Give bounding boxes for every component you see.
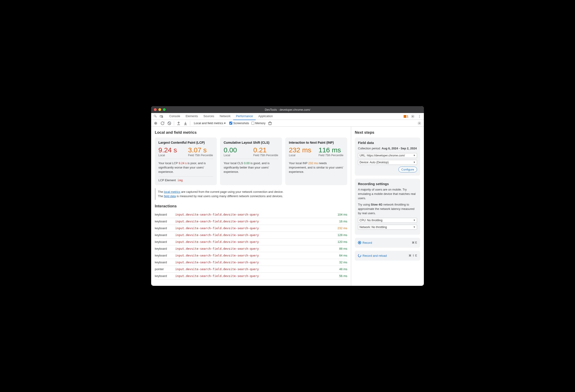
- svg-rect-0: [154, 115, 156, 117]
- svg-point-10: [419, 123, 420, 124]
- metrics-note: The local metrics are captured from the …: [155, 188, 347, 200]
- field-data-title: Field data: [358, 141, 417, 145]
- settings-icon[interactable]: [410, 114, 415, 119]
- interaction-duration: 104 ms: [331, 211, 347, 218]
- interaction-row[interactable]: keyboard input.devsite-search-field.devs…: [155, 272, 347, 279]
- record-reload-label: Record and reload: [362, 254, 387, 257]
- devtools-window: DevTools - developer.chrome.com/ Console…: [151, 106, 424, 286]
- cpu-throttle-select[interactable]: CPU: No throttling▼: [358, 218, 417, 223]
- interaction-type: keyboard: [155, 231, 175, 238]
- chevron-down-icon: ▼: [413, 154, 415, 157]
- tab-elements[interactable]: Elements: [183, 113, 201, 120]
- lcp-element-value[interactable]: img: [177, 178, 183, 182]
- titlebar: DevTools - developer.chrome.com/: [151, 106, 424, 113]
- reload-record-icon[interactable]: [160, 121, 165, 125]
- svg-point-6: [419, 117, 420, 118]
- device-toolbar-icon[interactable]: [159, 114, 164, 119]
- metric-description: Your local INP 232 ms needs improvement,…: [289, 161, 344, 174]
- metric-local-label: Local: [289, 154, 314, 157]
- interaction-row[interactable]: keyboard input.devsite-search-field.devs…: [155, 225, 347, 231]
- interaction-selector: input.devsite-search-field.devsite-searc…: [175, 272, 331, 279]
- metric-local-label: Local: [224, 154, 249, 157]
- metric-field-label: Field 75th Percentile: [188, 154, 214, 157]
- metric-field-value: 3.07 s: [188, 146, 214, 154]
- interaction-duration: 56 ms: [331, 272, 347, 279]
- interaction-type: keyboard: [155, 225, 175, 231]
- local-metrics-link[interactable]: local metrics: [164, 190, 180, 194]
- tab-performance[interactable]: Performance: [233, 113, 255, 120]
- interaction-row[interactable]: keyboard input.devsite-search-field.devs…: [155, 259, 347, 266]
- metric-title: Interaction to Next Paint (INP): [289, 141, 344, 144]
- inspect-element-icon[interactable]: [153, 114, 158, 119]
- recording-tip-mobile: A majority of users are on mobile. Try e…: [358, 188, 417, 200]
- interaction-selector: input.devsite-search-field.devsite-searc…: [175, 231, 331, 238]
- tab-console[interactable]: Console: [167, 113, 183, 120]
- metrics-view-select[interactable]: Local and field metrics ▾: [192, 122, 227, 125]
- memory-checkbox[interactable]: Memory: [251, 122, 265, 125]
- recording-settings-title: Recording settings: [358, 182, 417, 186]
- interaction-type: keyboard: [155, 218, 175, 225]
- upload-icon[interactable]: [176, 121, 181, 125]
- clear-icon[interactable]: [167, 121, 172, 125]
- network-throttle-select[interactable]: Network: No throttling▼: [358, 225, 417, 230]
- tab-sources[interactable]: Sources: [201, 113, 217, 120]
- recording-settings-panel: Recording settings A majority of users a…: [355, 179, 420, 235]
- interaction-selector: input.devsite-search-field.devsite-searc…: [175, 259, 331, 266]
- interaction-duration: 120 ms: [331, 238, 347, 245]
- metric-local-value: 0.00: [224, 146, 249, 154]
- interaction-selector: input.devsite-search-field.devsite-searc…: [175, 225, 331, 231]
- garbage-collect-icon[interactable]: [268, 121, 272, 125]
- url-select[interactable]: URL: https://developer.chrome.com/▼: [358, 153, 417, 158]
- interaction-type: keyboard: [155, 238, 175, 245]
- record-icon[interactable]: [153, 121, 158, 125]
- metric-card: Cumulative Layout Shift (CLS) 0.00 Local…: [220, 138, 282, 185]
- metric-title: Largest Contentful Paint (LCP): [158, 141, 213, 144]
- svg-point-3: [412, 116, 413, 117]
- panel-tabbar: ConsoleElementsSourcesNetworkPerformance…: [151, 113, 424, 120]
- metric-description: Your local CLS 0.00 is good, and is sign…: [224, 161, 278, 174]
- interaction-row[interactable]: keyboard input.devsite-search-field.devs…: [155, 211, 347, 218]
- close-window-button[interactable]: [154, 108, 157, 111]
- metric-card: Largest Contentful Paint (LCP) 9.24 s Lo…: [155, 138, 217, 185]
- minimize-window-button[interactable]: [158, 108, 161, 111]
- svg-point-4: [419, 115, 420, 116]
- metric-local-value: 9.24 s: [158, 146, 184, 154]
- metric-local-label: Local: [158, 154, 184, 157]
- maximize-window-button[interactable]: [163, 108, 166, 111]
- record-action[interactable]: Record: [358, 241, 372, 245]
- issues-badge[interactable]: 1: [404, 115, 408, 118]
- interaction-row[interactable]: keyboard input.devsite-search-field.devs…: [155, 252, 347, 259]
- interaction-selector: input.devsite-search-field.devsite-searc…: [175, 238, 331, 245]
- metric-card: Interaction to Next Paint (INP) 232 ms L…: [285, 138, 347, 185]
- panel-settings-icon[interactable]: [417, 121, 422, 125]
- memory-label: Memory: [255, 122, 265, 125]
- interaction-row[interactable]: keyboard input.devsite-search-field.devs…: [155, 245, 347, 252]
- interaction-selector: input.devsite-search-field.devsite-searc…: [175, 218, 331, 225]
- interaction-row[interactable]: pointer input.devsite-search-field.devsi…: [155, 266, 347, 272]
- interaction-row[interactable]: keyboard input.devsite-search-field.devs…: [155, 238, 347, 245]
- chevron-down-icon: ▼: [413, 161, 415, 164]
- interaction-duration: 88 ms: [331, 245, 347, 252]
- record-reload-action[interactable]: Record and reload: [358, 254, 387, 257]
- interaction-duration: 32 ms: [331, 259, 347, 266]
- more-menu-icon[interactable]: [417, 114, 422, 119]
- performance-toolbar: Local and field metrics ▾ Screenshots Me…: [151, 120, 424, 127]
- field-data-link[interactable]: field data: [164, 195, 176, 198]
- download-icon[interactable]: [183, 121, 188, 125]
- configure-button[interactable]: Configure: [398, 167, 417, 172]
- tab-application[interactable]: Application: [256, 113, 276, 120]
- interaction-row[interactable]: keyboard input.devsite-search-field.devs…: [155, 231, 347, 238]
- interaction-selector: input.devsite-search-field.devsite-searc…: [175, 266, 331, 272]
- interaction-type: keyboard: [155, 211, 175, 218]
- screenshots-checkbox[interactable]: Screenshots: [229, 122, 249, 125]
- interaction-row[interactable]: keyboard input.devsite-search-field.devs…: [155, 218, 347, 225]
- tab-network[interactable]: Network: [217, 113, 233, 120]
- side-heading: Next steps: [355, 130, 420, 135]
- interaction-selector: input.devsite-search-field.devsite-searc…: [175, 245, 331, 252]
- device-select[interactable]: Device: Auto (Desktop)▼: [358, 160, 417, 165]
- metric-field-label: Field 75th Percentile: [253, 154, 279, 157]
- interaction-type: keyboard: [155, 272, 175, 279]
- screenshots-label: Screenshots: [233, 122, 249, 125]
- recording-tip-throttle: Try using Slow 4G network throttling to …: [358, 203, 417, 216]
- lcp-element-label: LCP Element: [158, 178, 176, 182]
